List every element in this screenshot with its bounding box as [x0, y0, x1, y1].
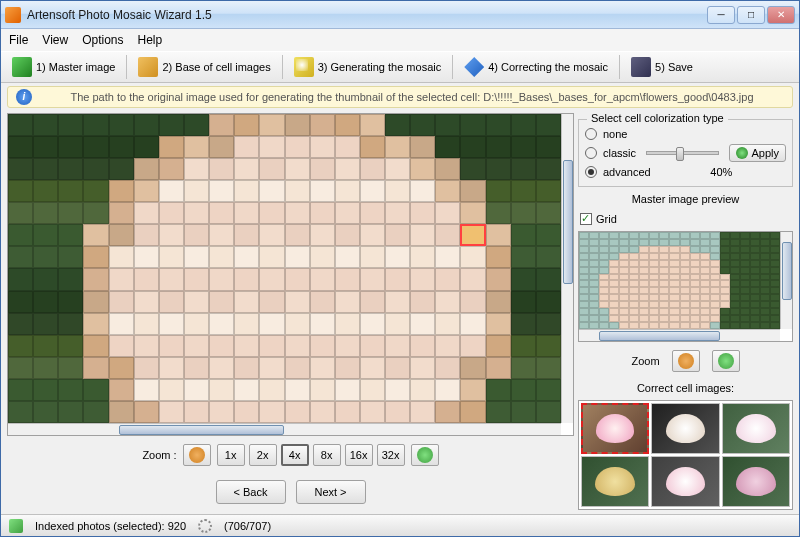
mosaic-cell[interactable] — [184, 136, 209, 158]
mosaic-cell[interactable] — [310, 158, 335, 180]
mosaic-cell[interactable] — [486, 136, 511, 158]
mosaic-cell[interactable] — [83, 335, 108, 357]
mosaic-cell[interactable] — [83, 158, 108, 180]
mosaic-cell[interactable] — [360, 202, 385, 224]
mosaic-cell[interactable] — [511, 401, 536, 423]
mosaic-cell[interactable] — [310, 180, 335, 202]
mosaic-cell[interactable] — [285, 357, 310, 379]
mosaic-cell[interactable] — [435, 224, 460, 246]
mosaic-cell[interactable] — [511, 291, 536, 313]
mosaic-cell[interactable] — [234, 379, 259, 401]
mosaic-cell[interactable] — [360, 379, 385, 401]
mosaic-cell[interactable] — [486, 401, 511, 423]
mosaic-cell[interactable] — [134, 202, 159, 224]
apply-button[interactable]: Apply — [729, 144, 786, 162]
mosaic-cell[interactable] — [83, 379, 108, 401]
mosaic-cell[interactable] — [335, 224, 360, 246]
mosaic-cell[interactable] — [310, 136, 335, 158]
vertical-scrollbar[interactable] — [561, 114, 573, 423]
classic-slider[interactable] — [646, 151, 719, 155]
mosaic-cell[interactable] — [83, 114, 108, 136]
mosaic-cell[interactable] — [310, 202, 335, 224]
mosaic-cell[interactable] — [234, 268, 259, 290]
mosaic-cell[interactable] — [435, 357, 460, 379]
mosaic-cell[interactable] — [33, 335, 58, 357]
back-button[interactable]: < Back — [216, 480, 286, 504]
mosaic-cell[interactable] — [460, 224, 485, 246]
mosaic-cell[interactable] — [109, 158, 134, 180]
mosaic-cell[interactable] — [310, 268, 335, 290]
mosaic-cell[interactable] — [435, 291, 460, 313]
mosaic-cell[interactable] — [310, 291, 335, 313]
correct-cell[interactable] — [651, 403, 719, 454]
master-preview[interactable] — [578, 231, 793, 342]
mosaic-cell[interactable] — [184, 114, 209, 136]
mosaic-cell[interactable] — [435, 268, 460, 290]
mosaic-cell[interactable] — [259, 335, 284, 357]
mosaic-cell[interactable] — [184, 313, 209, 335]
mosaic-cell[interactable] — [536, 335, 561, 357]
mosaic-cell[interactable] — [234, 114, 259, 136]
mosaic-cell[interactable] — [460, 180, 485, 202]
mosaic-cell[interactable] — [536, 224, 561, 246]
horizontal-scrollbar[interactable] — [8, 423, 561, 435]
mosaic-cell[interactable] — [209, 357, 234, 379]
mosaic-cell[interactable] — [184, 401, 209, 423]
mosaic-cell[interactable] — [159, 335, 184, 357]
preview-zoom-out[interactable] — [672, 350, 700, 372]
mosaic-cell[interactable] — [259, 313, 284, 335]
mosaic-cell[interactable] — [360, 224, 385, 246]
mosaic-cell[interactable] — [285, 313, 310, 335]
mosaic-cell[interactable] — [536, 246, 561, 268]
grid-checkbox-row[interactable]: Grid — [578, 211, 793, 227]
mosaic-cell[interactable] — [134, 313, 159, 335]
mosaic-cell[interactable] — [234, 246, 259, 268]
mosaic-cell[interactable] — [8, 158, 33, 180]
mosaic-cell[interactable] — [536, 379, 561, 401]
mosaic-cell[interactable] — [410, 202, 435, 224]
mosaic-cell[interactable] — [435, 335, 460, 357]
mosaic-cell[interactable] — [58, 224, 83, 246]
zoom-level-1x[interactable]: 1x — [217, 444, 245, 466]
mosaic-cell[interactable] — [385, 401, 410, 423]
mosaic-cell[interactable] — [234, 335, 259, 357]
vertical-scrollbar[interactable] — [780, 232, 792, 329]
horizontal-scrollbar[interactable] — [579, 329, 780, 341]
mosaic-cell[interactable] — [234, 401, 259, 423]
mosaic-cell[interactable] — [234, 224, 259, 246]
mosaic-cell[interactable] — [511, 114, 536, 136]
mosaic-cell[interactable] — [159, 202, 184, 224]
mosaic-cell[interactable] — [511, 202, 536, 224]
mosaic-cell[interactable] — [435, 114, 460, 136]
mosaic-cell[interactable] — [536, 291, 561, 313]
mosaic-cell[interactable] — [184, 246, 209, 268]
mosaic-cell[interactable] — [435, 401, 460, 423]
mosaic-cell[interactable] — [310, 357, 335, 379]
mosaic-cell[interactable] — [83, 136, 108, 158]
mosaic-cell[interactable] — [410, 291, 435, 313]
mosaic-cell[interactable] — [335, 335, 360, 357]
mosaic-cell[interactable] — [33, 180, 58, 202]
mosaic-cell[interactable] — [58, 291, 83, 313]
mosaic-cell[interactable] — [209, 268, 234, 290]
mosaic-cell[interactable] — [285, 158, 310, 180]
mosaic-cell[interactable] — [58, 246, 83, 268]
mosaic-cell[interactable] — [209, 180, 234, 202]
mosaic-cell[interactable] — [159, 291, 184, 313]
mosaic-cell[interactable] — [209, 291, 234, 313]
mosaic-viewport[interactable] — [7, 113, 574, 436]
mosaic-cell[interactable] — [511, 246, 536, 268]
menu-file[interactable]: File — [9, 33, 28, 47]
radio-advanced[interactable]: advanced 40% — [585, 164, 786, 180]
step-save[interactable]: 5) Save — [624, 53, 700, 81]
scroll-thumb[interactable] — [599, 331, 720, 341]
mosaic-cell[interactable] — [460, 291, 485, 313]
mosaic-cell[interactable] — [209, 379, 234, 401]
mosaic-cell[interactable] — [285, 379, 310, 401]
zoom-level-16x[interactable]: 16x — [345, 444, 373, 466]
mosaic-cell[interactable] — [209, 335, 234, 357]
mosaic-cell[interactable] — [83, 291, 108, 313]
correct-cell[interactable] — [581, 456, 649, 507]
mosaic-cell[interactable] — [209, 401, 234, 423]
mosaic-cell[interactable] — [83, 268, 108, 290]
